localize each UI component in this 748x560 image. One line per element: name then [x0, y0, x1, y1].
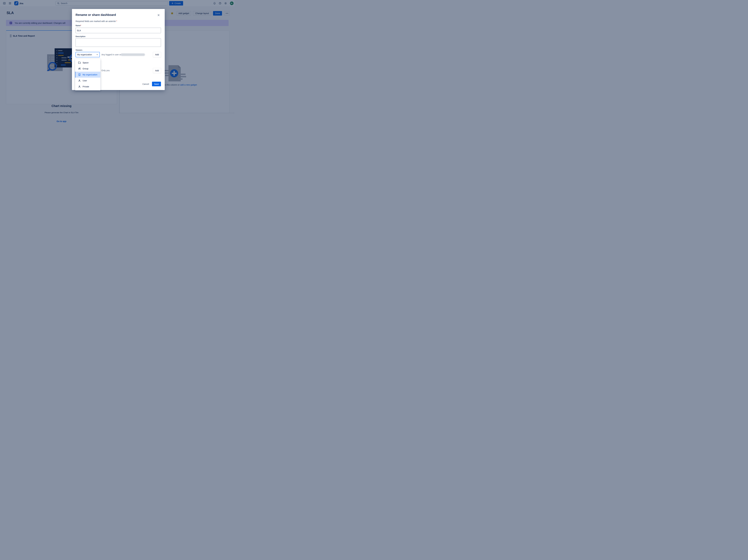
folder-icon [78, 61, 81, 64]
editors-value-text: Only you [101, 68, 110, 73]
menu-item-group[interactable]: Group [75, 66, 100, 72]
group-icon [78, 67, 81, 70]
person-icon [78, 85, 81, 88]
org-name-redacted-pill [121, 53, 145, 56]
required-fields-note: Required fields are marked with an aster… [75, 20, 117, 22]
name-field[interactable] [75, 28, 161, 33]
add-editor-button[interactable]: Add [153, 68, 161, 73]
close-icon[interactable] [157, 13, 160, 17]
viewers-label: Viewers [75, 49, 82, 51]
description-label: Description [75, 36, 86, 38]
add-viewer-button[interactable]: Add [153, 52, 161, 57]
viewers-type-dropdown-menu: Space Group My organization User Private [75, 59, 100, 90]
menu-item-user[interactable]: User [75, 78, 100, 84]
menu-item-my-organization[interactable]: My organization [75, 72, 100, 78]
menu-item-private[interactable]: Private [75, 84, 100, 90]
description-field[interactable] [75, 38, 161, 47]
modal-title: Rename or share dashboard [75, 13, 116, 17]
person-icon [78, 79, 81, 82]
name-label: Name* [75, 25, 81, 27]
cancel-button[interactable]: Cancel [140, 82, 152, 86]
menu-item-space[interactable]: Space [75, 60, 100, 66]
viewers-hint-text: Any logged in user on [101, 52, 122, 57]
viewers-type-select[interactable]: My organization [75, 52, 100, 57]
building-icon [78, 73, 81, 76]
chevron-down-icon [96, 53, 98, 56]
save-button[interactable]: Save [152, 82, 161, 86]
